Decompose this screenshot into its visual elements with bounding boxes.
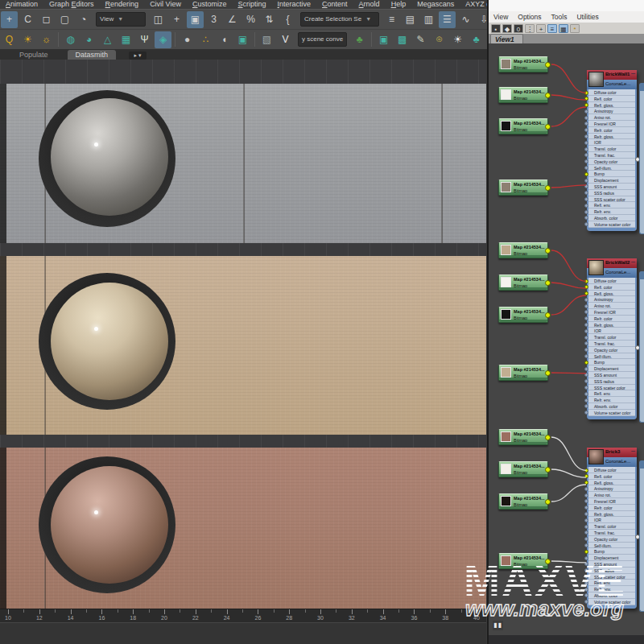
boxes-icon[interactable]: ▧ (258, 31, 275, 48)
grass-icon[interactable]: Ψ (136, 31, 153, 48)
select-by-color-icon[interactable]: ◔ (75, 11, 92, 28)
menu-megascans[interactable]: Megascans (411, 0, 460, 9)
menu-graph-editors[interactable]: Graph Editors (43, 0, 100, 9)
map-output-socket[interactable] (545, 499, 551, 505)
menu-interactive[interactable]: Interactive (272, 0, 317, 9)
param-input-socket[interactable] (584, 373, 588, 377)
percent-snap-icon[interactable]: % (242, 11, 259, 28)
track-bar[interactable] (0, 622, 486, 644)
map-node[interactable]: Map #214534...Bitmap (498, 493, 548, 510)
map-output-socket[interactable] (545, 435, 551, 440)
param-input-socket[interactable] (584, 367, 588, 371)
view-dropdown[interactable]: View▼ (96, 12, 146, 27)
param-input-socket[interactable] (584, 191, 588, 195)
offscreen-node[interactable] (639, 271, 644, 423)
menu-civil-view[interactable]: Civil View (144, 0, 187, 9)
angle-snap-icon[interactable]: ∠ (224, 11, 241, 28)
menu-arnold[interactable]: Arnold (353, 0, 386, 9)
named-selection-icon[interactable]: ≡ (383, 11, 400, 28)
map-output-socket[interactable] (545, 312, 551, 318)
white-sun-icon[interactable]: ☀ (449, 31, 466, 48)
map-output-socket[interactable] (545, 467, 551, 473)
map-node[interactable]: Map #214534...Bitmap (498, 87, 548, 103)
param-input-socket[interactable] (584, 141, 588, 145)
sme-layout-vertical-icon[interactable]: ≡ (547, 24, 557, 33)
material-node[interactable]: BrickWall1─CoronaLe...Diffuse colorRefl.… (587, 70, 637, 231)
viewport[interactable] (0, 60, 486, 609)
sme-menu-utilities[interactable]: Utilities (572, 13, 603, 21)
param-input-socket[interactable] (584, 530, 588, 535)
curve-editor-icon[interactable]: ∿ (457, 11, 474, 28)
tab-datasmith[interactable]: Datasmith (68, 50, 117, 60)
sme-dots-icon[interactable]: ⋮ (525, 24, 535, 33)
param-input-socket[interactable] (584, 291, 588, 295)
mirror-icon[interactable]: ◫ (150, 11, 167, 28)
sme-title-bar[interactable] (489, 0, 644, 11)
pan-tool-icon[interactable]: ▮▮ (493, 621, 503, 630)
pyramid-icon[interactable]: △ (99, 31, 116, 48)
map-node[interactable]: Map #214534...Bitmap (498, 429, 548, 445)
param-input-socket[interactable] (584, 304, 588, 308)
param-input-socket[interactable] (584, 166, 588, 170)
sme-move-children-icon[interactable]: + (536, 24, 546, 33)
param-input-socket[interactable] (584, 97, 588, 101)
sme-menu-view[interactable]: View (489, 13, 513, 21)
sme-menu-tools[interactable]: Tools (547, 13, 572, 21)
bulb-yellow-icon[interactable]: ⌾ (431, 31, 448, 48)
param-input-socket[interactable] (584, 159, 588, 163)
offscreen-node[interactable] (639, 460, 644, 612)
lasso-icon[interactable]: Q (1, 31, 18, 48)
map-node[interactable]: Map #214534...Bitmap (498, 180, 548, 196)
map-node[interactable]: Map #214534...Bitmap (498, 118, 548, 134)
param-input-socket[interactable] (584, 179, 588, 183)
collapse-icon[interactable]: ─ (631, 71, 635, 77)
map-output-socket[interactable] (545, 280, 551, 286)
map-node[interactable]: Map #214534...Bitmap (498, 307, 548, 323)
param-input-socket[interactable] (584, 481, 588, 485)
menu-animation[interactable]: Animation (0, 0, 43, 9)
param-input-socket[interactable] (584, 316, 588, 320)
param-input-socket[interactable] (584, 512, 588, 516)
clay-box-icon[interactable]: ▣ (234, 31, 251, 48)
keyboard-override-icon[interactable]: { (279, 11, 296, 28)
map-node[interactable]: Map #214534...Bitmap (498, 275, 548, 291)
map-output-socket[interactable] (545, 185, 551, 191)
align-icon[interactable]: + (168, 11, 185, 28)
sme-menu-options[interactable]: Options (513, 13, 546, 21)
param-input-socket[interactable] (584, 354, 588, 358)
param-input-socket[interactable] (584, 216, 588, 220)
select-and-move-icon[interactable]: + (1, 11, 18, 28)
param-input-socket[interactable] (584, 336, 588, 340)
timeline-ruler[interactable]: 10121416182022242628303234363840 (0, 609, 486, 622)
paint-icon[interactable]: ✎ (412, 31, 429, 48)
collapse-icon[interactable]: ─ (631, 448, 635, 455)
menu-scripting[interactable]: Scripting (232, 0, 271, 9)
param-input-socket[interactable] (584, 474, 588, 478)
trees-icon[interactable]: ♣ (468, 31, 485, 48)
param-input-socket[interactable] (584, 103, 588, 107)
scene-converter-button[interactable]: y scene conve (298, 32, 347, 47)
param-input-socket[interactable] (584, 310, 588, 314)
param-input-socket[interactable] (584, 348, 588, 352)
layers-icon[interactable]: ▤ (402, 11, 419, 28)
pie-sphere-icon[interactable]: ◕ (80, 31, 97, 48)
param-input-socket[interactable] (584, 285, 588, 289)
param-input-socket[interactable] (584, 525, 588, 529)
param-input-socket[interactable] (584, 172, 588, 176)
vray-logo-icon[interactable]: V (277, 31, 294, 48)
param-input-socket[interactable] (584, 116, 588, 120)
map-output-socket[interactable] (545, 62, 551, 68)
param-input-socket[interactable] (584, 543, 588, 547)
wire-sphere-icon[interactable]: ◍ (62, 31, 79, 48)
sme-zero-button[interactable]: 0 (514, 24, 523, 33)
param-input-socket[interactable] (584, 518, 588, 522)
checker-icon[interactable]: ▦ (118, 31, 134, 48)
param-input-socket[interactable] (584, 91, 588, 95)
param-input-socket[interactable] (584, 469, 588, 473)
param-input-socket[interactable] (584, 411, 588, 415)
param-input-socket[interactable] (584, 122, 588, 126)
param-input-socket[interactable] (584, 153, 588, 157)
map-output-socket[interactable] (545, 370, 551, 376)
selection-set-dropdown[interactable]: Create Selection Se▼ (300, 12, 379, 27)
param-input-socket[interactable] (584, 134, 588, 138)
